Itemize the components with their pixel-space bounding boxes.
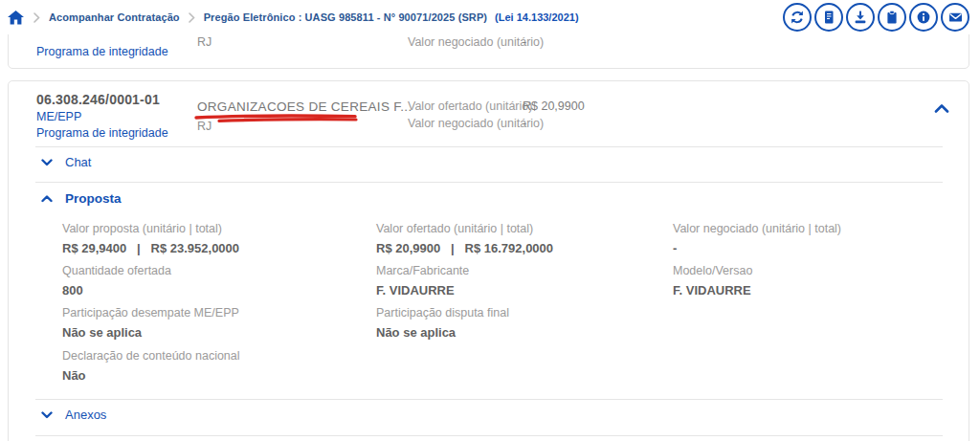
field-value: R$ 29,9400 | R$ 23.952,0000	[62, 241, 239, 255]
proposta-accordion-toggle[interactable]: Proposta	[41, 191, 122, 206]
field-valor-ofertado: Valor ofertado (unitário | total) R$ 20,…	[376, 222, 553, 256]
download-button[interactable]	[846, 3, 875, 32]
field-value: -	[673, 241, 677, 255]
field-label: Quantidade ofertada	[62, 264, 171, 277]
clipboard-icon	[884, 10, 900, 25]
supplier-card: 06.308.246/0001-01 ME/EPP Programa de in…	[8, 80, 969, 441]
field-label: Valor ofertado (unitário | total)	[376, 222, 553, 235]
field-label: Modelo/Versao	[673, 264, 752, 277]
document-button[interactable]	[814, 3, 843, 32]
info-button[interactable]	[909, 3, 938, 32]
anexos-accordion-toggle[interactable]: Anexos	[41, 408, 106, 422]
supplier-cnpj: 06.308.246/0001-01	[36, 92, 160, 107]
mail-icon	[947, 10, 964, 25]
field-value: R$ 20,9900 | R$ 16.792,0000	[376, 241, 553, 255]
breadcrumb-acompanhar-contratacao[interactable]: Acompanhar Contratação	[49, 11, 180, 23]
field-label: Participação disputa final	[376, 306, 509, 320]
download-icon	[853, 10, 868, 25]
field-value: Não se aplica	[62, 325, 142, 340]
chevron-down-icon	[41, 411, 53, 419]
home-icon[interactable]	[6, 8, 25, 27]
field-marca-fabricante: Marca/Fabricante F. VIDAURRE	[376, 264, 469, 298]
field-label: Valor proposta (unitário | total)	[62, 222, 239, 235]
field-value: Não	[62, 368, 86, 383]
field-value: F. VIDAURRE	[376, 283, 455, 298]
field-participacao-desempate: Participação desempate ME/EPP Não se apl…	[62, 306, 239, 341]
field-participacao-disputa-final: Participação disputa final Não se aplica	[376, 306, 509, 341]
mail-button[interactable]	[941, 3, 969, 32]
law-link[interactable]: (Lei 14.133/2021)	[495, 11, 578, 23]
acompanhar-contratacao-page: RJ Valor negociado (unitário) - Programa…	[0, 0, 980, 441]
field-quantidade-ofertada: Quantidade ofertada 800	[62, 264, 171, 298]
chat-accordion-toggle[interactable]: Chat	[41, 155, 91, 169]
field-modelo-versao: Modelo/Versao F. VIDAURRE	[673, 264, 752, 298]
chevron-down-icon	[41, 159, 53, 166]
field-label: Declaração de conteúdo nacional	[62, 349, 240, 363]
proposta-section-label: Proposta	[65, 191, 122, 206]
refresh-button[interactable]	[783, 3, 812, 32]
collapse-supplier-chevron-up-icon[interactable]	[934, 104, 949, 113]
clipboard-button[interactable]	[878, 3, 906, 32]
field-valor-proposta: Valor proposta (unitário | total) R$ 29,…	[62, 222, 239, 256]
integrity-link[interactable]: Programa de integridade	[36, 126, 168, 140]
actions-toolbar	[783, 3, 969, 32]
offered-value: R$ 20,9900	[523, 99, 585, 113]
chevron-up-icon	[41, 195, 53, 203]
divider	[35, 435, 943, 436]
field-label: Marca/Fabricante	[376, 264, 469, 277]
document-icon	[821, 10, 836, 25]
me-epp-link[interactable]: ME/EPP	[36, 110, 81, 123]
negotiated-value: -	[523, 117, 526, 130]
prev-integrity-link[interactable]: Programa de integridade	[36, 45, 168, 58]
breadcrumb-separator-icon	[33, 12, 40, 23]
red-underline-annotation	[194, 113, 359, 123]
breadcrumb-separator-icon	[189, 12, 195, 23]
field-value: 800	[62, 283, 83, 298]
field-valor-negociado: Valor negociado (unitário | total) -	[673, 222, 841, 256]
breadcrumb-pregao-eletronico: Pregão Eletrônico : UASG 985811 - N° 900…	[204, 11, 487, 23]
field-label: Participação desempate ME/EPP	[62, 306, 239, 320]
chat-section-label: Chat	[65, 155, 91, 169]
supplier-name: ORGANIZACOES DE CEREAIS F...	[197, 99, 412, 114]
refresh-icon	[790, 10, 805, 25]
field-label: Valor negociado (unitário | total)	[673, 222, 841, 235]
prev-supplier-uf: RJ	[197, 35, 212, 49]
field-value: F. VIDAURRE	[673, 283, 751, 298]
field-value: Não se aplica	[376, 325, 456, 340]
divider	[35, 182, 943, 183]
offered-label: Valor ofertado (unitário)	[408, 99, 532, 113]
field-declaracao-conteudo-nacional: Declaração de conteúdo nacional Não	[62, 349, 240, 384]
prev-negotiated-value: -	[523, 35, 526, 49]
anexos-section-label: Anexos	[65, 408, 106, 422]
divider	[35, 399, 943, 400]
info-icon	[916, 10, 931, 25]
divider	[35, 146, 943, 147]
supplier-uf: RJ	[197, 120, 212, 133]
